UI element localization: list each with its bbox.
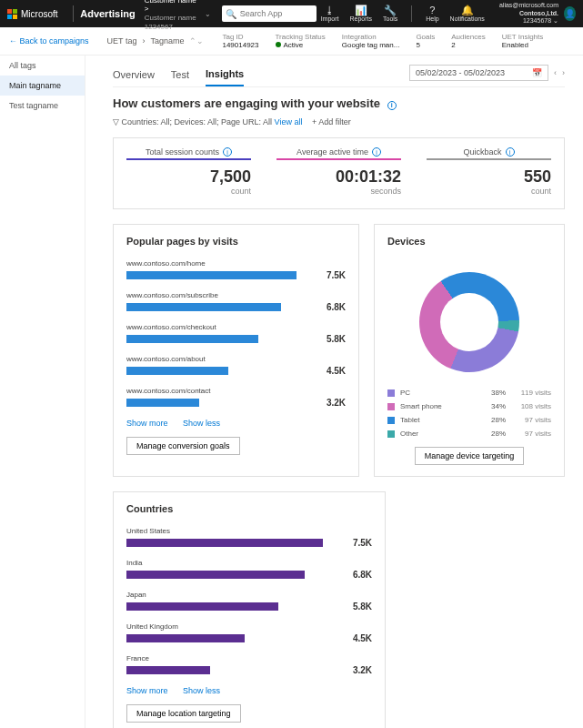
account-email: alias@microsoft.com bbox=[497, 2, 558, 9]
search-input[interactable] bbox=[240, 9, 313, 18]
sidebar-item[interactable]: Test tagname bbox=[0, 96, 85, 116]
kpi: Average active time i00:01:32seconds bbox=[264, 138, 414, 208]
main-layout: All tagsMain tagnameTest tagname Overvie… bbox=[0, 56, 583, 728]
bar-row: www.contoso.com/about4.5K bbox=[126, 355, 346, 376]
bar-row: United States7.5K bbox=[126, 527, 372, 548]
tag-meta: Tag ID149014923Tracking StatusActiveInte… bbox=[222, 33, 543, 49]
meta-item: Tag ID149014923 bbox=[222, 33, 258, 49]
meta-item: Tracking StatusActive bbox=[276, 33, 326, 49]
bar-row: www.contoso.com/home7.5K bbox=[126, 259, 346, 280]
date-range-picker[interactable]: 05/02/2023 - 05/02/2023 📅 bbox=[409, 65, 548, 81]
card-title: Devices bbox=[387, 236, 551, 247]
filter-icon: ▽ bbox=[113, 117, 119, 126]
tab-test[interactable]: Test bbox=[171, 64, 189, 86]
meta-item: Audiences2 bbox=[451, 33, 485, 49]
info-icon[interactable]: i bbox=[387, 101, 397, 110]
back-to-campaigns-link[interactable]: ← Back to campaigns bbox=[9, 36, 89, 46]
chevron-right-icon: › bbox=[142, 36, 145, 46]
info-icon[interactable]: i bbox=[372, 147, 381, 157]
customer-selector[interactable]: Customer name > Customer name 1234567 bbox=[145, 0, 199, 31]
search-icon: 🔍 bbox=[226, 9, 236, 19]
avatar[interactable]: 👤 bbox=[564, 6, 576, 21]
help-button[interactable]: ?Help bbox=[421, 5, 443, 22]
manage-location-targeting-button[interactable]: Manage location targeting bbox=[126, 704, 241, 723]
bell-icon: 🔔 bbox=[461, 5, 474, 15]
divider bbox=[73, 5, 74, 22]
help-icon: ? bbox=[429, 5, 435, 15]
account-info[interactable]: alias@microsoft.com Contoso,Ltd. 1234567… bbox=[497, 2, 558, 25]
account-name: Contoso,Ltd. bbox=[519, 10, 558, 16]
search-box[interactable]: 🔍 bbox=[222, 5, 317, 22]
tabs: Overview Test Insights 05/02/2023 - 05/0… bbox=[113, 63, 565, 87]
countries-card: Countries United States7.5KIndia6.8KJapa… bbox=[113, 491, 386, 728]
account-id: 12345678 bbox=[523, 17, 551, 24]
chevron-down-icon[interactable]: ⌄ bbox=[205, 10, 211, 18]
microsoft-logo: Microsoft bbox=[7, 9, 58, 19]
calendar-icon: 📅 bbox=[532, 68, 542, 77]
date-range-container: 05/02/2023 - 05/02/2023 📅 ‹ › bbox=[409, 65, 565, 85]
bar-row: www.contoso.com/subscribe6.8K bbox=[126, 291, 346, 312]
card-title: Popular pages by visits bbox=[126, 236, 346, 247]
content: Overview Test Insights 05/02/2023 - 05/0… bbox=[85, 56, 583, 728]
show-more-link[interactable]: Show more bbox=[126, 686, 168, 695]
sidebar: All tagsMain tagnameTest tagname bbox=[0, 56, 85, 728]
view-all-filters-link[interactable]: View all bbox=[275, 117, 303, 126]
kpi: Total session counts i7,500count bbox=[114, 138, 264, 208]
divider bbox=[411, 5, 412, 22]
sidebar-item[interactable]: Main tagname bbox=[0, 76, 85, 96]
info-icon[interactable]: i bbox=[506, 147, 515, 157]
popular-pages-card: Popular pages by visits www.contoso.com/… bbox=[113, 224, 359, 477]
device-legend-row: Other28%97 visits bbox=[387, 430, 551, 438]
brand-text: Microsoft bbox=[21, 9, 58, 19]
device-legend-row: Smart phone34%108 visits bbox=[387, 402, 551, 410]
chevron-updown-icon[interactable]: ⌃⌄ bbox=[189, 36, 204, 46]
crumb-uet-tag[interactable]: UET tag bbox=[107, 36, 137, 46]
reports-button[interactable]: 📊Reports bbox=[346, 5, 377, 22]
bar-row: United Kingdom4.5K bbox=[126, 622, 372, 643]
meta-item: UET InsightsEnabled bbox=[502, 33, 544, 49]
page-title: How customers are engaging with your web… bbox=[113, 96, 565, 110]
filter-bar: ▽ Countries: All; Devices: All; Page URL… bbox=[113, 117, 565, 126]
device-legend-row: Tablet28%97 visits bbox=[387, 416, 551, 424]
product-name: Advertising bbox=[80, 8, 136, 19]
bar-row: France3.2K bbox=[126, 654, 372, 675]
date-next-button[interactable]: › bbox=[562, 68, 565, 77]
manage-conversion-goals-button[interactable]: Manage conversion goals bbox=[126, 437, 240, 455]
kpi-card: Total session counts i7,500countAverage … bbox=[113, 137, 565, 209]
meta-item: IntegrationGoogle tag man... bbox=[342, 33, 400, 49]
tools-button[interactable]: 🔧Tools bbox=[378, 5, 402, 22]
show-less-link[interactable]: Show less bbox=[183, 419, 220, 428]
import-button[interactable]: ⭳Import bbox=[317, 5, 344, 22]
tools-icon: 🔧 bbox=[384, 5, 397, 15]
date-prev-button[interactable]: ‹ bbox=[554, 68, 557, 77]
sidebar-item[interactable]: All tags bbox=[0, 56, 85, 76]
kpi: Quickback i550count bbox=[414, 138, 564, 208]
show-links: Show more Show less bbox=[126, 686, 372, 695]
filter-summary: Countries: All; Devices: All; Page URL: … bbox=[122, 117, 273, 126]
breadcrumb-bar: ← Back to campaigns UET tag › Tagname ⌃⌄… bbox=[0, 27, 583, 56]
show-more-link[interactable]: Show more bbox=[126, 419, 168, 428]
devices-donut-chart bbox=[387, 259, 551, 389]
show-less-link[interactable]: Show less bbox=[183, 686, 220, 695]
customer-line2: Customer name 1234567 bbox=[145, 14, 199, 31]
breadcrumb: UET tag › Tagname ⌃⌄ bbox=[107, 36, 205, 46]
import-icon: ⭳ bbox=[325, 5, 335, 15]
tab-insights[interactable]: Insights bbox=[206, 63, 244, 86]
info-icon[interactable]: i bbox=[223, 147, 232, 157]
ms-logo-icon bbox=[7, 9, 17, 19]
date-range-text: 05/02/2023 - 05/02/2023 bbox=[416, 68, 505, 77]
notifications-button[interactable]: 🔔Notifications bbox=[446, 5, 489, 22]
add-filter-button[interactable]: + Add filter bbox=[312, 117, 351, 126]
manage-device-targeting-button[interactable]: Manage device targeting bbox=[415, 447, 525, 465]
bar-row: Japan5.8K bbox=[126, 591, 372, 612]
bar-row: www.contoso.com/checkout5.8K bbox=[126, 323, 346, 344]
bar-row: India6.8K bbox=[126, 559, 372, 580]
device-legend-row: PC38%119 visits bbox=[387, 389, 551, 397]
show-links: Show more Show less bbox=[126, 419, 346, 428]
customer-line1: Customer name > bbox=[145, 0, 199, 14]
card-title: Countries bbox=[126, 503, 372, 514]
meta-item: Goals5 bbox=[416, 33, 435, 49]
header-actions: ⭳Import 📊Reports 🔧Tools ?Help 🔔Notificat… bbox=[317, 2, 576, 25]
tab-overview[interactable]: Overview bbox=[113, 64, 155, 86]
crumb-tagname[interactable]: Tagname bbox=[150, 36, 184, 46]
